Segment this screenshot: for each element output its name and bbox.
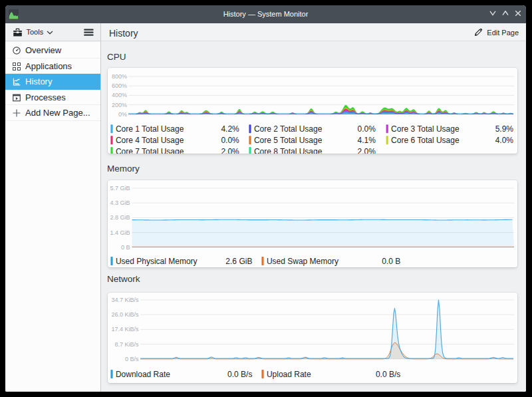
svg-text:600%: 600% — [112, 82, 127, 89]
svg-text:0 B/s: 0 B/s — [125, 356, 139, 362]
svg-text:Core 1 Total Usage: Core 1 Total Usage — [116, 124, 184, 134]
svg-text:1.4 GiB: 1.4 GiB — [110, 229, 130, 236]
svg-text:0.0 B: 0.0 B — [382, 257, 400, 266]
svg-text:8.7 KiB/s: 8.7 KiB/s — [114, 341, 139, 348]
svg-text:Download Rate: Download Rate — [116, 370, 170, 379]
svg-text:0%: 0% — [118, 111, 127, 118]
svg-text:Core 2 Total Usage: Core 2 Total Usage — [254, 124, 323, 134]
svg-text:0 B: 0 B — [121, 244, 130, 251]
svg-text:2.0%: 2.0% — [221, 147, 239, 154]
svg-text:Core 4 Total Usage: Core 4 Total Usage — [116, 136, 184, 145]
svg-text:0.0 B/s: 0.0 B/s — [227, 370, 252, 379]
svg-text:0.0 B/s: 0.0 B/s — [376, 370, 400, 379]
svg-text:4.0%: 4.0% — [495, 136, 514, 145]
svg-text:2.0%: 2.0% — [358, 147, 376, 154]
svg-text:400%: 400% — [112, 92, 127, 98]
svg-text:2.8 GiB: 2.8 GiB — [110, 214, 130, 221]
svg-text:Core 6 Total Usage: Core 6 Total Usage — [391, 136, 460, 145]
svg-text:5.9%: 5.9% — [495, 124, 514, 134]
svg-text:26.0 KiB/s: 26.0 KiB/s — [111, 311, 139, 318]
svg-text:200%: 200% — [112, 102, 127, 108]
svg-text:17.4 KiB/s: 17.4 KiB/s — [111, 326, 139, 332]
svg-text:800%: 800% — [112, 73, 127, 80]
svg-text:Core 3 Total Usage: Core 3 Total Usage — [391, 124, 460, 134]
svg-text:0.0%: 0.0% — [221, 136, 239, 145]
svg-text:4.3 GiB: 4.3 GiB — [110, 199, 130, 206]
svg-text:Used Physical Memory: Used Physical Memory — [116, 257, 198, 266]
svg-text:Used Swap Memory: Used Swap Memory — [267, 257, 338, 266]
svg-text:34.7 KiB/s: 34.7 KiB/s — [111, 297, 139, 303]
svg-text:0.0%: 0.0% — [358, 124, 376, 134]
svg-text:2.6 GiB: 2.6 GiB — [225, 257, 252, 266]
svg-text:4.1%: 4.1% — [358, 136, 376, 145]
svg-text:Core 8 Total Usage: Core 8 Total Usage — [254, 147, 323, 154]
svg-text:Core 7 Total Usage: Core 7 Total Usage — [116, 147, 184, 154]
svg-text:5.7 GiB: 5.7 GiB — [110, 185, 130, 192]
svg-text:Core 5 Total Usage: Core 5 Total Usage — [254, 136, 323, 145]
svg-text:Upload Rate: Upload Rate — [267, 370, 311, 379]
svg-text:4.2%: 4.2% — [221, 124, 239, 134]
